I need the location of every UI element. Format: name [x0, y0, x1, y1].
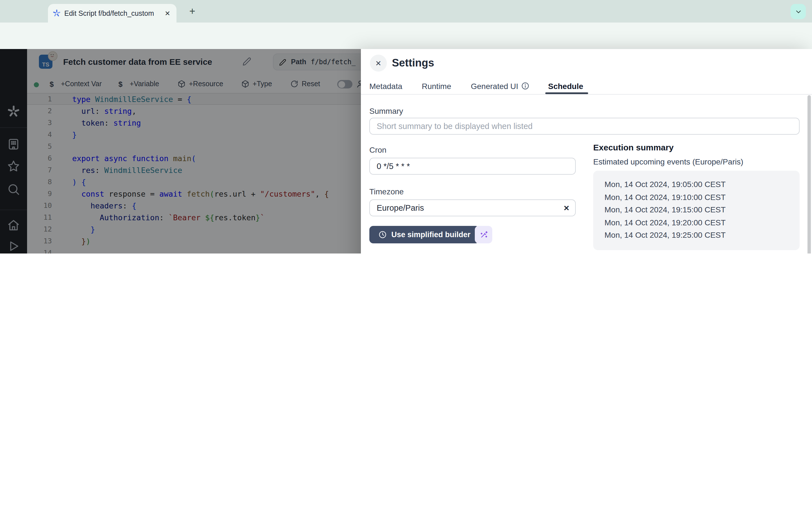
tab-runtime[interactable]: Runtime [422, 78, 451, 94]
browser-window: Edit Script f/bd/fetch_custom ✕ + app.wi… [0, 0, 812, 253]
settings-drawer: ✕ Settings Metadata Runtime Generated UI… [361, 49, 812, 253]
active-tab-underline [545, 93, 588, 94]
tab-close-icon[interactable]: ✕ [163, 9, 172, 18]
cron-input[interactable] [369, 158, 576, 175]
ai-wand-button[interactable] [475, 226, 492, 243]
tab-metadata[interactable]: Metadata [369, 78, 402, 94]
cron-label: Cron [369, 145, 387, 154]
tab-title: Edit Script f/bd/fetch_custom [64, 9, 160, 17]
summary-label: Summary [369, 107, 403, 115]
clear-timezone-icon[interactable]: ✕ [563, 204, 569, 212]
drawer-title: Settings [392, 57, 434, 69]
panel-scrollbar[interactable] [808, 95, 811, 253]
tab-strip: Edit Script f/bd/fetch_custom ✕ + [0, 0, 812, 22]
execution-summary-subheading: Estimated upcoming events (Europe/Paris) [593, 157, 743, 166]
tab-generated-ui[interactable]: Generated UI [471, 78, 529, 94]
tab-schedule[interactable]: Schedule [548, 78, 583, 94]
chrome-chevron-button[interactable] [791, 4, 806, 19]
windmill-favicon [52, 9, 61, 17]
upcoming-event: Mon, 14 Oct 2024, 19:05:00 CEST [605, 178, 800, 191]
upcoming-events-box: Mon, 14 Oct 2024, 19:05:00 CESTMon, 14 O… [593, 171, 800, 250]
upcoming-event: Mon, 14 Oct 2024, 19:25:00 CEST [605, 229, 800, 242]
upcoming-event: Mon, 14 Oct 2024, 19:20:00 CEST [605, 216, 800, 229]
new-tab-button[interactable]: + [186, 5, 199, 17]
chevron-down-icon [794, 8, 802, 15]
clock-icon [378, 230, 387, 239]
execution-summary-heading: Execution summary [593, 143, 673, 152]
upcoming-event: Mon, 14 Oct 2024, 19:10:00 CEST [605, 191, 800, 203]
simplified-builder-button[interactable]: Use simplified builder [369, 226, 479, 243]
magic-wand-icon [479, 230, 488, 239]
drawer-backdrop[interactable] [0, 49, 361, 253]
timezone-input[interactable] [369, 200, 576, 216]
timezone-label: Timezone [369, 187, 404, 196]
close-drawer-button[interactable]: ✕ [370, 55, 387, 71]
summary-input[interactable] [369, 118, 800, 135]
browser-tab[interactable]: Edit Script f/bd/fetch_custom ✕ [48, 4, 176, 22]
settings-tabs: Metadata Runtime Generated UI Schedule [361, 78, 812, 95]
upcoming-event: Mon, 14 Oct 2024, 19:15:00 CEST [605, 203, 800, 216]
info-icon [521, 82, 529, 90]
browser-toolbar: app.windmill.dev/scripts/edit/f/bd/fetch… [0, 22, 812, 49]
